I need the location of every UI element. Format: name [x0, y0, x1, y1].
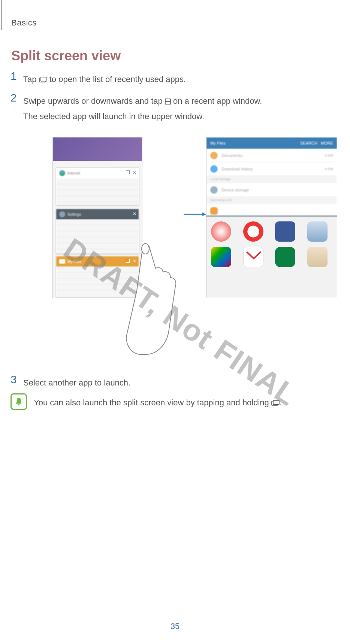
recent-card-myfiles: My Files ✕ — [56, 256, 139, 297]
phone-after: My Files SEARCH MORE Documents 0.008 Dow… — [206, 137, 337, 298]
step-body: Swipe upwards or downwards and tap on a … — [23, 92, 262, 124]
section-header: Samsung Link — [206, 197, 337, 204]
step-body: Tap to open the list of recently used ap… — [23, 70, 186, 88]
svg-marker-6 — [202, 212, 206, 216]
app-icon-instagram — [307, 247, 328, 267]
step-text-post: on a recent app window. — [173, 96, 262, 106]
note-text-pre: You can also launch the split screen vie… — [34, 398, 271, 407]
step-text-post: to open the list of recently used apps. — [49, 75, 186, 84]
step-text-line2: The selected app will launch in the uppe… — [23, 112, 204, 121]
upper-window: My Files SEARCH MORE Documents 0.008 Dow… — [206, 137, 337, 217]
recent-apps-icon — [39, 73, 47, 88]
split-screen-icon — [126, 170, 130, 174]
page-number: 35 — [0, 622, 350, 631]
close-icon: ✕ — [133, 211, 136, 217]
myfiles-titlebar: My Files SEARCH MORE — [206, 137, 337, 149]
steps-list: 1 Tap to open the list of recently used … — [10, 70, 340, 129]
chapter-header: Basics — [11, 18, 37, 28]
split-screen-icon — [126, 259, 130, 263]
note-text: You can also launch the split screen vie… — [34, 393, 282, 410]
note-text-post: . — [280, 398, 282, 407]
tip-note: You can also launch the split screen vie… — [10, 393, 340, 410]
phone-before: Internet ✕ Settings ✕ My Files ✕ — [52, 137, 142, 298]
list-item: Documents 0.008 — [206, 149, 337, 162]
action: MORE — [321, 141, 333, 145]
app-icon-chrome — [211, 221, 231, 242]
step-text-pre: Swipe upwards or downwards and tap — [23, 96, 165, 106]
step-body: Select another app to launch. — [23, 374, 130, 390]
app-grid — [211, 221, 332, 267]
recent-apps-icon — [271, 396, 280, 410]
split-screen-icon — [165, 94, 171, 109]
svg-rect-9 — [273, 400, 279, 405]
close-icon: ✕ — [133, 170, 136, 175]
step-text-pre: Tap — [23, 75, 39, 84]
step-1: 1 Tap to open the list of recently used … — [10, 70, 340, 88]
status-bar — [53, 137, 142, 161]
step-number: 3 — [10, 374, 23, 385]
svg-rect-1 — [41, 77, 47, 81]
instruction-figure: Internet ✕ Settings ✕ My Files ✕ — [52, 137, 337, 354]
list-item: Download history 0.008 — [206, 162, 337, 176]
recent-card-settings: Settings ✕ — [56, 209, 139, 254]
title: My Files — [210, 141, 226, 145]
list-item — [206, 204, 337, 218]
step-2: 2 Swipe upwards or downwards and tap on … — [10, 92, 340, 124]
app-icon-facebook — [275, 221, 295, 242]
svg-point-4 — [142, 244, 149, 254]
step-number: 1 — [10, 70, 23, 82]
arrow-right-icon — [184, 212, 206, 217]
card-header: Settings — [56, 209, 139, 220]
app-icon-at — [243, 221, 263, 242]
app-icon-gallery — [211, 247, 231, 267]
app-icon-hangouts — [275, 247, 295, 267]
recent-card-internet: Internet ✕ — [56, 167, 139, 205]
bell-icon — [10, 393, 27, 410]
svg-point-7 — [18, 404, 19, 405]
app-icon-gmail — [243, 247, 263, 267]
left-rule — [1, 0, 2, 30]
close-icon: ✕ — [133, 258, 136, 264]
action: SEARCH — [300, 141, 317, 145]
section-header: Local storage — [206, 176, 337, 183]
step-text: Select another app to launch. — [23, 378, 130, 387]
step-number: 2 — [10, 92, 23, 103]
step-3: 3 Select another app to launch. — [10, 374, 340, 395]
list-item: Device storage — [206, 183, 337, 197]
app-icon-galaxy — [307, 221, 328, 242]
page-heading: Split screen view — [11, 48, 121, 64]
lower-window-app-picker — [206, 217, 337, 297]
